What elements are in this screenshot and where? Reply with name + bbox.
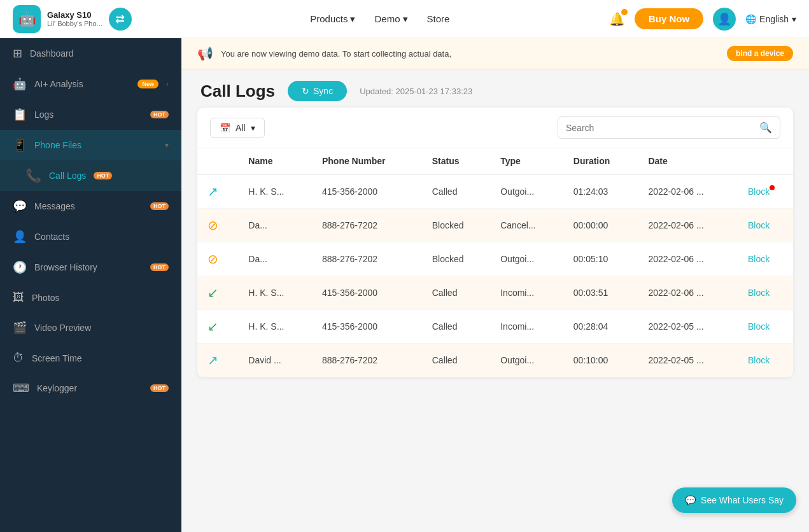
table-row: ⊘ Da... 888-276-7202 Blocked Outgoi... 0… xyxy=(197,242,793,276)
sync-icon: ↻ xyxy=(302,86,309,96)
sidebar-item-ai-analysis[interactable]: 🤖 AI+ Analysis New › xyxy=(0,69,181,99)
ai-analysis-icon: 🤖 xyxy=(13,77,27,91)
device-info-area: 🤖 Galaxy S10 Lil' Bobby's Pho... ⇄ xyxy=(13,5,132,33)
row-type: Outgoi... xyxy=(490,344,563,377)
table-row: ↗ David ... 888-276-7202 Called Outgoi..… xyxy=(197,344,793,377)
col-action xyxy=(738,148,793,174)
sidebar-item-dashboard[interactable]: ⊞ Dashboard xyxy=(0,38,181,69)
col-name: Name xyxy=(238,148,312,174)
search-icon: 🔍 xyxy=(759,122,772,134)
block-link[interactable]: Block xyxy=(748,288,770,298)
bind-device-button[interactable]: bind a device xyxy=(727,46,793,61)
browser-history-icon: 🕐 xyxy=(13,260,27,274)
video-preview-icon: 🎬 xyxy=(13,321,27,335)
messages-hot-badge: HOT xyxy=(150,202,169,210)
row-name: H. K. S... xyxy=(238,276,312,310)
row-duration: 00:00:00 xyxy=(563,209,638,242)
switch-device-icon[interactable]: ⇄ xyxy=(109,8,132,31)
row-block[interactable]: Block xyxy=(738,276,793,310)
notification-bell-icon[interactable]: 🔔 xyxy=(609,11,625,27)
notification-badge xyxy=(621,9,628,15)
nav-products[interactable]: Products ▾ xyxy=(310,13,355,25)
row-call-icon: ⊘ xyxy=(197,209,238,242)
search-input[interactable] xyxy=(566,123,754,133)
sidebar-item-logs[interactable]: 📋 Logs HOT xyxy=(0,99,181,130)
buy-now-button[interactable]: Buy Now xyxy=(635,8,703,29)
block-link[interactable]: Block xyxy=(748,355,770,365)
block-link[interactable]: Block xyxy=(748,186,770,197)
sidebar-item-photos[interactable]: 🖼 Photos xyxy=(0,283,181,312)
sidebar-item-contacts[interactable]: 👤 Contacts xyxy=(0,221,181,252)
row-phone: 415-356-2000 xyxy=(312,310,422,344)
row-call-icon: ⊘ xyxy=(197,242,238,276)
row-type: Incomi... xyxy=(490,276,563,310)
phone-files-icon: 📱 xyxy=(13,138,27,152)
browser-history-hot-badge: HOT xyxy=(150,263,169,271)
device-sub: Lil' Bobby's Pho... xyxy=(47,20,102,27)
top-nav: 🤖 Galaxy S10 Lil' Bobby's Pho... ⇄ Produ… xyxy=(0,0,809,38)
logs-label: Logs xyxy=(34,109,143,120)
row-status: Blocked xyxy=(422,242,490,276)
sidebar-item-video-preview[interactable]: 🎬 Video Preview xyxy=(0,312,181,343)
dashboard-icon: ⊞ xyxy=(13,46,22,60)
col-date: Date xyxy=(638,148,738,174)
row-name: Da... xyxy=(238,242,312,276)
demo-banner-text: You are now viewing demo data. To start … xyxy=(221,49,719,59)
table-scroll-area[interactable]: Name Phone Number Status Type Duration D… xyxy=(197,148,793,377)
row-block[interactable]: Block xyxy=(738,242,793,276)
row-date: 2022-02-05 ... xyxy=(638,310,738,344)
row-call-icon: ↗ xyxy=(197,174,238,209)
ai-analysis-label: AI+ Analysis xyxy=(34,79,130,89)
sync-button[interactable]: ↻ Sync xyxy=(288,81,347,101)
table-row: ↗ H. K. S... 415-356-2000 Called Outgoi.… xyxy=(197,174,793,209)
row-block[interactable]: Block xyxy=(738,344,793,377)
row-duration: 01:24:03 xyxy=(563,174,638,209)
block-link[interactable]: Block xyxy=(748,321,770,332)
col-status: Status xyxy=(422,148,490,174)
sidebar-item-phone-files[interactable]: 📱 Phone Files ▾ xyxy=(0,130,181,160)
call-logs-hot-badge: HOT xyxy=(94,172,112,179)
row-phone: 888-276-7202 xyxy=(312,344,422,377)
nav-store[interactable]: Store xyxy=(427,13,450,24)
call-logs-label: Call Logs xyxy=(49,171,86,181)
messages-label: Messages xyxy=(34,201,143,211)
row-name: H. K. S... xyxy=(238,310,312,344)
search-box[interactable]: 🔍 xyxy=(558,116,780,139)
row-type: Outgoi... xyxy=(490,242,563,276)
sidebar-item-browser-history[interactable]: 🕐 Browser History HOT xyxy=(0,252,181,283)
row-call-icon: ↙ xyxy=(197,276,238,310)
row-block[interactable]: Block xyxy=(738,174,793,209)
filter-label: All xyxy=(236,123,246,133)
row-block[interactable]: Block xyxy=(738,209,793,242)
nav-demo[interactable]: Demo ▾ xyxy=(374,13,407,25)
nav-center: Products ▾ Demo ▾ Store xyxy=(151,13,609,25)
col-type: Type xyxy=(490,148,563,174)
sidebar-item-messages[interactable]: 💬 Messages HOT xyxy=(0,191,181,221)
page-title: Call Logs xyxy=(200,81,275,101)
row-phone: 888-276-7202 xyxy=(312,209,422,242)
row-phone: 415-356-2000 xyxy=(312,174,422,209)
row-name: H. K. S... xyxy=(238,174,312,209)
globe-icon: 🌐 xyxy=(745,14,756,24)
table-row: ↙ H. K. S... 415-356-2000 Called Incomi.… xyxy=(197,310,793,344)
row-type: Cancel... xyxy=(490,209,563,242)
user-avatar-icon[interactable]: 👤 xyxy=(713,8,736,31)
filter-dropdown[interactable]: 📅 All ▾ xyxy=(210,118,265,138)
sidebar-item-keylogger[interactable]: ⌨ Keylogger HOT xyxy=(0,373,181,403)
row-block[interactable]: Block xyxy=(738,310,793,344)
block-link[interactable]: Block xyxy=(748,220,770,230)
call-logs-table-container: 📅 All ▾ 🔍 Name Phone Number xyxy=(197,108,793,377)
screen-time-label: Screen Time xyxy=(32,353,169,363)
table-header: Name Phone Number Status Type Duration D… xyxy=(197,148,793,174)
sidebar-item-screen-time[interactable]: ⏱ Screen Time xyxy=(0,343,181,373)
see-what-users-say-button[interactable]: 💬 See What Users Say xyxy=(672,487,796,513)
language-selector[interactable]: 🌐 English ▾ xyxy=(745,14,796,24)
call-logs-tbody: ↗ H. K. S... 415-356-2000 Called Outgoi.… xyxy=(197,174,793,377)
sidebar-item-call-logs[interactable]: 📞 Call Logs HOT xyxy=(0,160,181,191)
ai-analysis-badge: New xyxy=(137,80,158,88)
call-logs-table: Name Phone Number Status Type Duration D… xyxy=(197,148,793,377)
phone-files-chevron-icon: ▾ xyxy=(165,141,169,150)
block-link[interactable]: Block xyxy=(748,254,770,264)
products-chevron-icon: ▾ xyxy=(350,13,355,25)
row-call-icon: ↗ xyxy=(197,344,238,377)
